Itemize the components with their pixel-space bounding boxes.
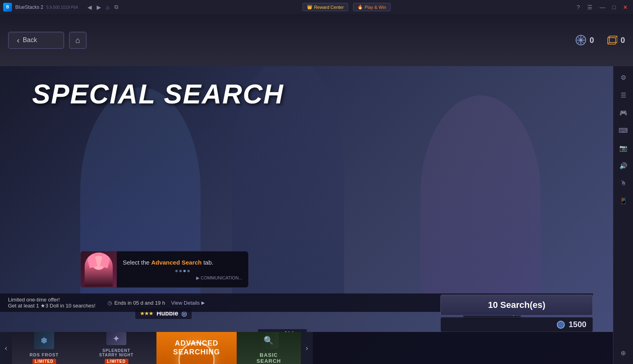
panel-audio-icon[interactable]: 🔊 <box>616 158 631 173</box>
forward-nav-icon[interactable]: ▶ <box>97 4 101 10</box>
back-chevron-icon: ‹ <box>17 36 20 45</box>
top-bar: ‹ Back ⌂ 0 <box>0 14 633 66</box>
currency-icon <box>557 321 565 329</box>
right-panel: ⚙ ☰ 🎮 ⌨ 📷 🔊 🖱 📱 ⊕ <box>613 66 633 364</box>
dot-4 <box>187 270 190 272</box>
tab-basic-search-thumbnail: 🔍 <box>259 332 279 349</box>
tab-rds-frost-badge: Limited <box>32 359 56 364</box>
bluestacks-logo: B <box>3 3 12 12</box>
resource-1: 0 <box>575 34 594 46</box>
tutorial-indicator <box>123 270 242 272</box>
panel-menu-icon[interactable]: ☰ <box>616 88 631 102</box>
home-button[interactable]: ⌂ <box>69 32 87 49</box>
tab-rds-frost-thumbnail: ❄ <box>34 332 54 349</box>
app-title: BlueStacks 2 5.9.500.1019 P64 <box>15 4 78 10</box>
resource-display: 0 0 <box>575 34 625 46</box>
panel-settings-icon[interactable]: ⚙ <box>616 70 631 85</box>
dot-2 <box>179 270 182 272</box>
maximize-icon[interactable]: □ <box>611 3 618 11</box>
menu-icon[interactable]: ☰ <box>585 3 594 11</box>
snowflake-resource-icon <box>575 34 586 46</box>
search-button-area: 10 Search(es) 1500 <box>440 295 593 332</box>
search-cost-display: 1500 <box>440 317 593 332</box>
dot-3 <box>183 270 186 272</box>
titlebar-center: 👑 Reward Center 🔥 Play & Win <box>302 3 391 11</box>
limited-offer-text: Limited one-time offer! Get at least 1 ★… <box>8 297 95 309</box>
panel-phone-icon[interactable]: 📱 <box>616 194 631 208</box>
fire-icon: 🔥 <box>357 4 363 10</box>
tutorial-message: Select the Advanced Search tab. <box>123 258 242 267</box>
titlebar-left: B BlueStacks 2 5.9.500.1019 P64 ◀ ▶ ⌂ ⧉ <box>3 3 118 12</box>
tab-splendent-badge: Limited <box>105 359 128 364</box>
panel-gamepad-icon[interactable]: 🎮 <box>616 105 631 120</box>
titlebar: B BlueStacks 2 5.9.500.1019 P64 ◀ ▶ ⌂ ⧉ … <box>0 0 633 14</box>
search-button[interactable]: 10 Search(es) <box>440 295 593 315</box>
nanaka-character <box>420 95 541 296</box>
tab-advanced-searching[interactable]: ADVANCEDSEARCHING <box>156 332 237 364</box>
tab-splendent-thumbnail: ✦ <box>106 332 126 345</box>
back-nav-icon[interactable]: ◀ <box>87 4 92 10</box>
tabs-right-arrow[interactable]: › <box>301 332 313 364</box>
tab-rds-frost[interactable]: ❄ RDS FROST Limited <box>12 332 76 364</box>
titlebar-nav: ◀ ▶ ⌂ ⧉ <box>87 4 118 10</box>
timer-info: ◷ Ends in 05 d and 19 h <box>108 300 165 306</box>
tabs-area: ‹ ❄ RDS FROST Limited ✦ SPLENDENTSTARRY … <box>0 332 613 364</box>
titlebar-right: ? ☰ — □ ✕ <box>575 3 630 11</box>
play-win-button[interactable]: 🔥 Play & Win <box>353 3 391 11</box>
main-content: ‹ Back ⌂ 0 <box>0 14 633 364</box>
crown-icon: 👑 <box>307 4 312 10</box>
game-area: SPECIAL SEARCH ★★★ Hubble ◎ ★★★★ Aki ✦ ★ <box>0 66 613 364</box>
tutorial-text-area: Select the Advanced Search tab. ▶ COMMUN… <box>117 251 248 287</box>
reward-center-button[interactable]: 👑 Reward Center <box>302 3 348 11</box>
resource-2: 0 <box>606 34 625 46</box>
panel-camera-icon[interactable]: 📷 <box>616 141 631 155</box>
tabs-left-arrow[interactable]: ‹ <box>0 332 12 364</box>
panel-keyboard-icon[interactable]: ⌨ <box>616 123 631 138</box>
duplicate-nav-icon[interactable]: ⧉ <box>114 4 118 10</box>
clock-icon: ◷ <box>108 300 112 306</box>
tutorial-popup: Select the Advanced Search tab. ▶ COMMUN… <box>80 251 249 288</box>
cube-resource-icon <box>606 34 617 46</box>
close-icon[interactable]: ✕ <box>621 3 630 11</box>
home-nav-icon[interactable]: ⌂ <box>106 4 109 10</box>
panel-mouse-icon[interactable]: 🖱 <box>616 176 631 190</box>
tab-basic-search[interactable]: 🔍 BASICSEARCH <box>237 332 301 364</box>
special-search-title: SPECIAL SEARCH <box>32 78 284 109</box>
tab-splendent[interactable]: ✦ SPLENDENTSTARRY NIGHT Limited <box>76 332 156 364</box>
back-button[interactable]: ‹ Back <box>8 32 64 49</box>
cost-amount: 1500 <box>569 320 587 329</box>
view-details-button[interactable]: View Details ▶ <box>171 300 204 306</box>
minimize-icon[interactable]: — <box>598 3 607 11</box>
tutorial-highlight: Advanced Search <box>151 259 202 266</box>
dot-1 <box>175 270 178 272</box>
panel-add-icon[interactable]: ⊕ <box>616 346 631 360</box>
tutorial-tag: ▶ COMMUNICATION... <box>123 275 242 281</box>
tutorial-avatar <box>81 251 117 287</box>
help-icon[interactable]: ? <box>575 3 582 11</box>
